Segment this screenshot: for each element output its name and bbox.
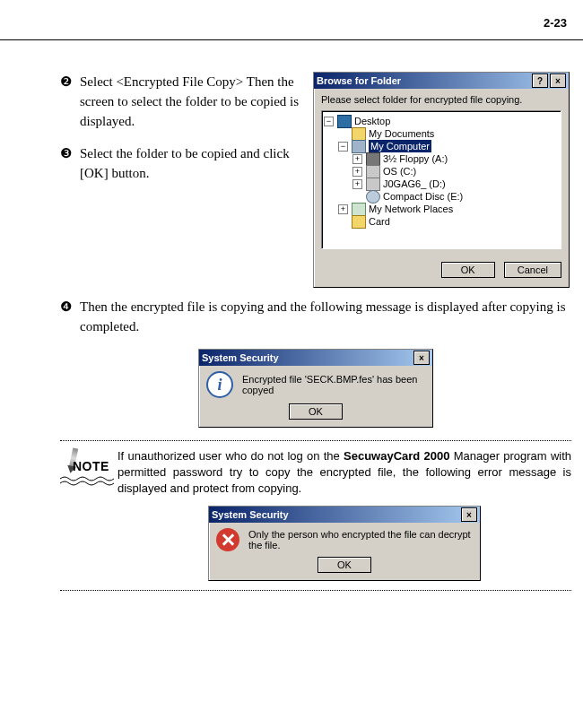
tree-toggle[interactable]: + — [338, 204, 348, 214]
tree-toggle[interactable]: + — [352, 154, 362, 164]
tree-label[interactable]: Compact Disc (E:) — [383, 190, 463, 203]
step-2: ❷ Select <Encrypted File Copy> Then the … — [60, 72, 311, 131]
floppy-icon — [366, 152, 380, 166]
drive-icon — [366, 178, 380, 191]
dialog-title: Browse for Folder — [317, 75, 401, 86]
error-message-dialog: System Security × Only the person who en… — [208, 506, 481, 581]
folder-icon — [352, 215, 366, 229]
tree-label[interactable]: Desktop — [354, 115, 390, 127]
ok-button[interactable]: OK — [289, 403, 343, 420]
dialog-message: Only the person who encrypted the file c… — [248, 529, 473, 550]
header-rule — [0, 39, 583, 40]
my-computer-icon — [352, 140, 366, 153]
cd-icon — [366, 190, 380, 204]
cancel-button[interactable]: Cancel — [504, 262, 561, 278]
step-text: Then the encrypted file is copying and t… — [80, 297, 571, 336]
dialog-titlebar: System Security × — [209, 507, 480, 523]
error-icon — [216, 528, 239, 551]
page-number: 2-23 — [544, 16, 567, 30]
note-icon: NOTE — [60, 448, 117, 491]
close-button[interactable]: × — [550, 74, 566, 88]
note-separator-top — [60, 440, 571, 441]
tree-label[interactable]: 3½ Floppy (A:) — [383, 152, 448, 165]
copied-message-dialog: System Security × Encrypted file 'SECK.B… — [198, 349, 433, 428]
step-text: Select <Encrypted File Copy> Then the sc… — [80, 72, 311, 131]
step-number: ❷ — [60, 72, 80, 91]
dialog-message: Encrypted file 'SECK.BMP.fes' has been c… — [242, 374, 425, 395]
step-number: ❹ — [60, 297, 80, 316]
step-3: ❸ Select the folder to be copied and cli… — [60, 143, 311, 183]
dialog-title: System Security — [202, 352, 279, 363]
note-text-pre: If unauthorized user who do not log on t… — [117, 449, 344, 463]
network-places-icon — [352, 203, 366, 216]
info-icon — [206, 371, 233, 398]
dialog-prompt: Please select folder for encrypted file … — [321, 94, 561, 105]
note-text: If unauthorized user who do not log on t… — [117, 448, 571, 497]
dialog-title: System Security — [212, 509, 289, 520]
browse-for-folder-dialog: Browse for Folder ? × Please select fold… — [313, 72, 570, 288]
tree-label[interactable]: J0GAG6_ (D:) — [383, 178, 446, 190]
tree-label[interactable]: My Documents — [369, 127, 434, 140]
note-label: NOTE — [73, 459, 109, 473]
tree-label[interactable]: My Network Places — [369, 203, 453, 215]
desktop-icon — [337, 115, 352, 128]
tree-toggle[interactable]: + — [352, 167, 362, 177]
content-area: ❷ Select <Encrypted File Copy> Then the … — [60, 72, 571, 598]
help-button[interactable]: ? — [532, 74, 548, 88]
close-button[interactable]: × — [413, 351, 430, 365]
step-number: ❸ — [60, 143, 80, 163]
dialog-titlebar: Browse for Folder ? × — [314, 73, 569, 89]
close-button[interactable]: × — [461, 507, 477, 522]
note-separator-bottom — [60, 590, 571, 591]
drive-icon — [366, 165, 380, 178]
dialog-titlebar: System Security × — [199, 350, 432, 366]
ok-button[interactable]: OK — [318, 557, 371, 573]
step-text: Select the folder to be copied and click… — [80, 143, 311, 183]
tree-label-selected[interactable]: My Computer — [369, 140, 431, 152]
step-4: ❹ Then the encrypted file is copying and… — [60, 297, 571, 336]
folder-icon — [352, 127, 366, 141]
tree-toggle[interactable]: − — [338, 142, 348, 152]
note-block: NOTE If unauthorized user who do not log… — [60, 448, 571, 497]
tree-label[interactable]: Card — [369, 215, 390, 228]
tree-label[interactable]: OS (C:) — [383, 165, 416, 178]
tree-toggle[interactable]: − — [324, 117, 334, 126]
ok-button[interactable]: OK — [441, 262, 495, 278]
folder-tree[interactable]: − Desktop My Documents − — [321, 110, 561, 249]
tree-toggle[interactable]: + — [352, 179, 362, 189]
note-product-name: SecuwayCard 2000 — [344, 449, 449, 463]
